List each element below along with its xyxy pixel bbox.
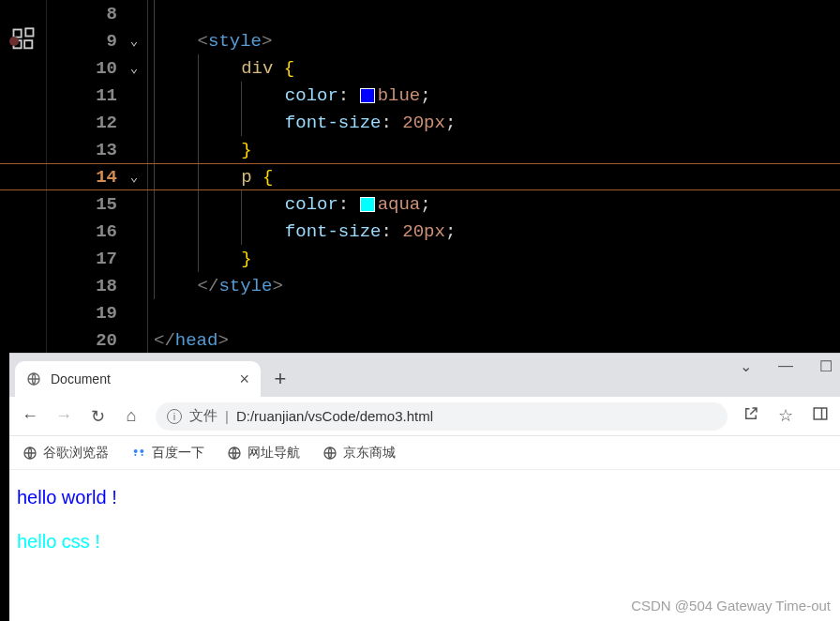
token-punct: < [198,31,208,52]
code-line[interactable]: </style> [148,272,840,299]
token-val: blue [378,85,421,106]
line-number: 8 [85,4,117,24]
code-line[interactable]: } [148,245,840,272]
tab-title: Document [51,371,230,386]
fold-chevron-icon[interactable]: ⌄ [127,33,142,49]
bookmark-item[interactable]: 京东商城 [322,445,396,462]
site-info-icon[interactable]: i [167,409,182,424]
code-line[interactable] [148,0,840,27]
breakpoint-icon[interactable] [9,37,19,46]
code-line[interactable]: color: aqua; [148,190,840,218]
window-controls: ⌄ — ☐ [740,357,832,375]
code-line[interactable]: </head> [148,326,840,354]
token-punct: </ [198,276,219,296]
address-bar[interactable]: i 文件 | D:/ruanjian/vsCode/demo3.html [156,402,728,431]
browser-tab[interactable]: Document × [15,361,261,397]
bookmark-label: 网址导航 [248,445,300,462]
token-sel: div [241,58,284,79]
line-number: 12 [85,113,117,133]
bookmark-item[interactable]: 百度一下 [131,445,204,462]
url-separator: | [225,408,229,424]
indent-guide [154,190,198,218]
bookmark-icon [322,446,338,461]
code-line[interactable]: p { [148,163,840,190]
token-tag: head [175,330,218,351]
indent-guide [241,109,285,136]
new-tab-button[interactable]: + [264,363,296,395]
line-number: 17 [85,249,117,269]
code-line[interactable]: <style> [148,27,840,54]
fold-chevron-icon[interactable]: ⌄ [127,169,142,185]
indent-guide [198,54,242,82]
gutter-row: 11 [47,82,142,109]
color-swatch-icon[interactable] [360,197,375,212]
bookmark-icon [227,446,242,461]
maximize-icon[interactable]: ☐ [819,357,832,375]
token-brace: { [262,167,273,188]
star-icon[interactable]: ☆ [778,405,793,427]
token-semi: ; [445,113,456,133]
line-number: 18 [85,276,117,296]
globe-icon [26,371,41,386]
indent-guide [198,109,242,136]
code-content[interactable]: <style> div { color: blue; font-size: 20… [148,0,840,353]
line-number: 16 [85,221,117,242]
reload-icon[interactable]: ↻ [88,406,107,427]
share-icon[interactable] [742,405,759,427]
panel-icon[interactable] [812,405,829,427]
gutter-row: 16 [47,218,142,245]
svg-point-9 [140,449,143,453]
token-semi: ; [420,194,430,215]
indent-guide [241,82,285,109]
token-prop: font-size [285,221,382,242]
code-line[interactable]: div { [148,54,840,82]
fold-chevron-icon[interactable]: ⌄ [127,60,142,76]
indent-guide [198,190,242,218]
token-colon: : [338,85,360,106]
token-semi: ; [420,85,430,106]
forward-icon[interactable]: → [54,406,73,426]
bookmarks-bar: 谷歌浏览器百度一下网址导航京东商城 [9,436,840,470]
indent-guide [241,190,285,218]
token-punct: > [272,276,282,296]
indent-guide [198,163,242,190]
indent-guide [154,272,198,299]
bookmark-item[interactable]: 网址导航 [227,445,300,462]
line-number: 15 [85,194,117,215]
token-colon: : [381,221,402,242]
code-line[interactable]: font-size: 20px; [148,109,840,136]
browser-window: ⌄ — ☐ Document × + ← → ↻ ⌂ i 文件 | D:/rua… [9,353,840,621]
close-icon[interactable]: × [239,370,249,389]
code-line[interactable] [148,299,840,326]
indent-guide [198,218,242,245]
back-icon[interactable]: ← [21,406,39,426]
bookmark-label: 京东商城 [343,445,396,462]
indent-guide [154,0,198,27]
token-punct: > [218,330,228,351]
color-swatch-icon[interactable] [360,88,375,103]
code-line[interactable]: color: blue; [148,82,840,109]
token-tag: style [218,276,272,296]
token-colon: : [338,194,360,215]
token-punct: </ [154,330,175,351]
code-line[interactable]: font-size: 20px; [148,218,840,245]
token-val: aqua [378,194,421,215]
activity-bar [0,0,47,353]
svg-rect-2 [24,40,32,48]
minimize-icon[interactable]: — [778,357,793,375]
indent-guide [198,245,242,272]
bookmark-icon [22,446,38,461]
svg-rect-5 [814,408,827,419]
gutter-row: 18 [47,272,142,299]
code-line[interactable]: } [148,136,840,163]
tab-strip: Document × + [9,354,840,397]
expand-icon[interactable]: ⌄ [740,357,752,375]
gutter-row: 17 [47,245,142,272]
indent-guide [198,82,242,109]
bookmark-icon [131,446,146,461]
indent-guide [241,218,285,245]
home-icon[interactable]: ⌂ [122,406,141,426]
bookmark-item[interactable]: 谷歌浏览器 [22,445,109,462]
svg-rect-3 [25,28,33,36]
indent-guide [154,54,198,82]
